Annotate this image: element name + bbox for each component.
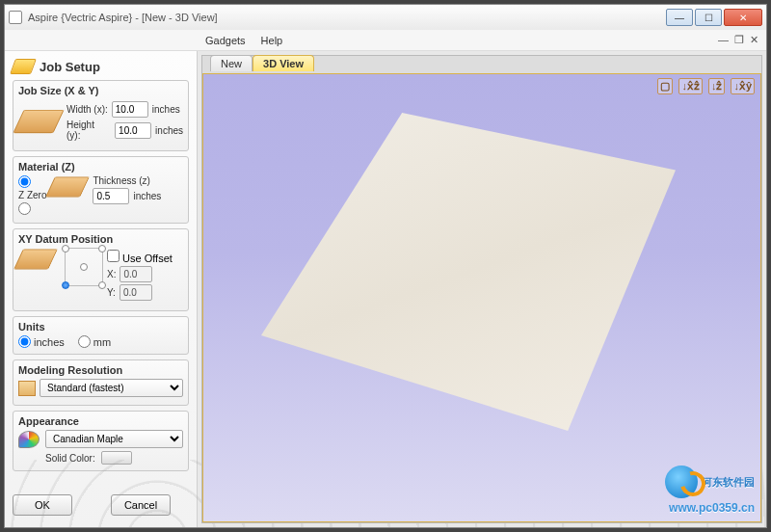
job-setup-icon — [10, 59, 37, 74]
datum-y-label: Y: — [107, 287, 116, 298]
doc-minimize-button[interactable]: — — [718, 34, 729, 46]
datum-bottom-right[interactable] — [98, 281, 106, 289]
tab-3d-view[interactable]: 3D View — [253, 55, 314, 71]
doc-close-button[interactable]: ✕ — [750, 34, 758, 46]
width-input[interactable] — [112, 101, 148, 118]
z-zero-top-radio[interactable] — [18, 175, 46, 188]
width-units: inches — [152, 104, 180, 115]
window-title: Aspire {Vectric Aspire} - [New - 3D View… — [28, 12, 664, 23]
watermark: 河东软件园 www.pc0359.cn — [665, 466, 755, 516]
height-label: Height (y): — [66, 120, 111, 141]
ok-button[interactable]: OK — [13, 494, 72, 516]
thickness-units: inches — [133, 191, 161, 201]
group-appearance: Appearance Canadian Maple Solid Color: — [13, 411, 189, 471]
doc-window-buttons: — ❐ ✕ — [718, 34, 758, 46]
group-material: Material (Z) Z Zero Thickness (z) inches — [13, 156, 189, 224]
height-units: inches — [155, 125, 183, 136]
view-iso-icon[interactable]: ▢ — [657, 78, 673, 94]
group-resolution: Modeling Resolution Standard (fastest) — [13, 359, 189, 406]
thickness-input[interactable] — [93, 188, 129, 204]
app-window: Aspire {Vectric Aspire} - [New - 3D View… — [4, 4, 767, 528]
tab-new[interactable]: New — [210, 55, 253, 71]
units-inches-radio[interactable]: inches — [18, 335, 65, 348]
datum-center[interactable] — [80, 263, 88, 271]
window-buttons: — ☐ ✕ — [664, 9, 762, 26]
solid-color-label: Solid Color: — [45, 453, 95, 464]
datum-y-input — [120, 284, 152, 301]
datum-top-left[interactable] — [62, 245, 69, 253]
group-title-appearance: Appearance — [18, 415, 183, 427]
group-title-material: Material (Z) — [18, 161, 183, 173]
resolution-select[interactable]: Standard (fastest) — [40, 379, 183, 397]
group-job-size: Job Size (X & Y) Width (x): inches Heigh… — [13, 80, 189, 151]
group-datum: XY Datum Position Use Offset — [13, 228, 189, 311]
datum-top-right[interactable] — [98, 245, 106, 253]
view-tabs: New 3D View — [210, 55, 314, 71]
resolution-icon — [18, 381, 36, 396]
app-icon — [9, 11, 22, 24]
group-title-resolution: Modeling Resolution — [18, 364, 183, 376]
thickness-label: Thickness (z) — [93, 175, 161, 186]
datum-x-label: X: — [107, 269, 116, 279]
view-xy-icon[interactable]: ↓x̂ŷ — [731, 78, 755, 94]
sidebar-panel: Job Setup Job Size (X & Y) Width (x): in… — [5, 51, 198, 527]
z-zero-bottom-radio[interactable] — [18, 202, 46, 215]
group-title-job-size: Job Size (X & Y) — [18, 85, 183, 96]
units-mm-radio[interactable]: mm — [78, 335, 111, 348]
palette-icon — [18, 431, 40, 448]
content-area: Job Setup Job Size (X & Y) Width (x): in… — [5, 51, 766, 527]
view-yz-icon[interactable]: ↓ẑ — [708, 78, 726, 94]
menu-gadgets[interactable]: Gadgets — [198, 33, 253, 48]
dialog-buttons: OK Cancel — [13, 491, 189, 523]
material-plane — [261, 113, 676, 431]
watermark-url: www.pc0359.cn — [669, 501, 755, 515]
titlebar: Aspire {Vectric Aspire} - [New - 3D View… — [5, 5, 766, 30]
datum-x-input — [120, 266, 152, 282]
width-label: Width (x): — [66, 104, 108, 115]
group-units: Units inches mm — [13, 316, 189, 355]
maximize-button[interactable]: ☐ — [695, 9, 722, 26]
appearance-select[interactable]: Canadian Maple — [45, 430, 183, 448]
watermark-text: 河东软件园 — [702, 476, 755, 488]
z-zero-radios: Z Zero — [18, 175, 46, 215]
view-xz-icon[interactable]: ↓x̂ẑ — [678, 78, 703, 94]
height-input[interactable] — [115, 122, 151, 139]
menu-help[interactable]: Help — [253, 33, 291, 48]
datum-bottom-left[interactable] — [62, 281, 69, 289]
watermark-icon — [665, 466, 698, 498]
job-size-graphic — [13, 109, 64, 132]
material-graphic — [46, 177, 91, 198]
menubar: Gadgets Help — ❐ ✕ — [5, 30, 766, 51]
close-button[interactable]: ✕ — [724, 9, 762, 26]
panel-title: Job Setup — [40, 60, 100, 74]
datum-graphic — [13, 250, 58, 270]
group-title-datum: XY Datum Position — [18, 233, 183, 245]
minimize-button[interactable]: — — [666, 9, 693, 26]
view-orientation-icons: ▢ ↓x̂ẑ ↓ẑ ↓x̂ŷ — [657, 78, 755, 94]
group-title-units: Units — [18, 321, 183, 332]
panel-header: Job Setup — [13, 55, 189, 80]
viewport-3d[interactable]: ▢ ↓x̂ẑ ↓ẑ ↓x̂ŷ 河东软件园 www.pc0359.cn — [202, 73, 761, 522]
cancel-button[interactable]: Cancel — [111, 494, 171, 516]
z-zero-label: Z Zero — [18, 190, 46, 200]
datum-position-grid[interactable] — [65, 248, 103, 286]
use-offset-checkbox[interactable]: Use Offset — [107, 250, 173, 264]
view-area: New 3D View ▢ ↓x̂ẑ ↓ẑ ↓x̂ŷ 河东软件园 www.pc0… — [201, 55, 762, 523]
solid-color-swatch[interactable] — [101, 451, 132, 465]
doc-restore-button[interactable]: ❐ — [734, 34, 744, 46]
